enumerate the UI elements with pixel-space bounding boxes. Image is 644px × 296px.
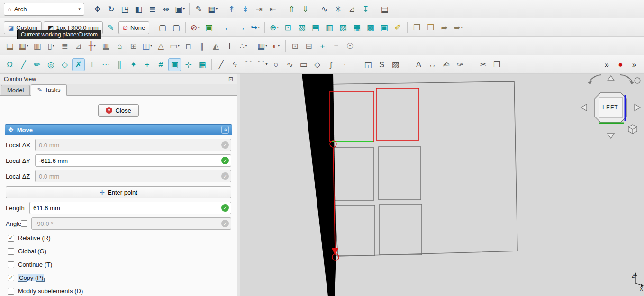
draft-scale-icon[interactable]: ◳ (118, 3, 131, 16)
draft-bezier-icon[interactable]: ʃ (325, 58, 337, 71)
arch-component-icon[interactable]: ▤ (378, 3, 391, 16)
draft-point-icon[interactable]: ∙ (338, 58, 351, 71)
arch-window-icon[interactable]: ◫▾ (141, 40, 154, 53)
move-to-group-down-icon[interactable]: ⇓ (299, 3, 312, 16)
arch-remove-icon[interactable]: − (330, 40, 343, 53)
apply-style-icon[interactable]: ✎ (104, 21, 117, 34)
draft-clone-icon[interactable]: ▣▾ (173, 3, 186, 16)
arch-wall-presets-icon-dropdown-arrow-icon[interactable]: ▾ (27, 44, 28, 48)
cut-icon[interactable]: ✂ (477, 58, 490, 71)
arch-rebar-icon[interactable]: ≣ (58, 40, 71, 53)
local-dy-input[interactable] (35, 154, 231, 167)
arch-schedule-icon-dropdown-arrow-icon[interactable]: ▾ (265, 44, 267, 48)
view-left-icon[interactable]: ▩ (364, 21, 377, 34)
arch-equipment-icon-dropdown-arrow-icon[interactable]: ▾ (245, 44, 247, 48)
draft-edit-icon[interactable]: ✎ (192, 3, 205, 16)
arch-roof-icon[interactable]: △ (154, 40, 167, 53)
draft-arc-icon-dropdown-arrow-icon[interactable]: ▾ (265, 63, 267, 66)
draft-line-icon[interactable]: ╱ (215, 58, 227, 71)
draft-fillet-icon[interactable]: ⌒ (242, 58, 255, 71)
checkbox-global-g[interactable] (8, 248, 14, 255)
arch-fence-icon[interactable]: ∥ (196, 40, 209, 53)
checkbox-copy-p[interactable]: ✓ (8, 275, 14, 281)
draft-trimex-icon[interactable]: ⇹ (160, 3, 172, 16)
tab-model[interactable]: Model (1, 85, 30, 95)
checkbox-continue-t[interactable] (8, 261, 14, 268)
draft-circle-icon[interactable]: ○ (270, 58, 282, 71)
navigation-cube[interactable]: LEFT (581, 75, 640, 138)
zoom-icon-dropdown-arrow-icon[interactable]: ▾ (277, 26, 279, 29)
move-task-header[interactable]: ✥ Move » (5, 124, 232, 135)
snap-intersection-icon[interactable]: ✗ (72, 58, 85, 71)
snap-near-icon[interactable]: + (141, 58, 154, 71)
arch-material-icon-dropdown-arrow-icon[interactable]: ▾ (278, 44, 280, 48)
arch-wall-presets-icon[interactable]: ▦▾ (17, 40, 30, 53)
measure-icon[interactable]: ✐ (391, 21, 404, 34)
toolbar-overflow2-icon[interactable]: » (628, 58, 641, 71)
enter-point-button[interactable]: ✛ Enter point (6, 186, 231, 198)
draft-downgrade-icon[interactable]: ↡ (239, 3, 252, 16)
draft-hatch-icon[interactable]: ▨ (389, 58, 402, 71)
arch-site-icon[interactable]: ⌂ (113, 40, 126, 53)
arch-truss-icon[interactable]: ◭ (209, 40, 222, 53)
draft-polygon-icon[interactable]: ◇ (311, 58, 324, 71)
arch-wall-icon[interactable]: ▤ (3, 40, 16, 53)
zoom-icon[interactable]: ⊕▾ (268, 21, 281, 34)
fit-all-icon[interactable]: ⊡ (281, 21, 294, 34)
arch-structure-icon[interactable]: ▯▾ (45, 40, 57, 53)
draft-upgrade-icon[interactable]: ↟ (225, 3, 238, 16)
draft-facebinder-icon[interactable]: ◱ (362, 58, 374, 71)
annotation-style-icon[interactable]: ✑ (454, 58, 466, 71)
arch-structure-icon-dropdown-arrow-icon[interactable]: ▾ (53, 44, 54, 48)
draft-move-icon[interactable]: ✥ (91, 3, 104, 16)
panel-splitter[interactable] (237, 74, 240, 296)
snap-special-icon[interactable]: ✦ (127, 58, 140, 71)
draft-array-icon-dropdown-arrow-icon[interactable]: ▾ (216, 7, 218, 11)
view-top-icon[interactable]: ▤ (309, 21, 322, 34)
draft-text-icon[interactable]: A (412, 58, 425, 71)
arch-panel-icon-dropdown-arrow-icon[interactable]: ▾ (178, 44, 180, 48)
arch-cut-line-icon[interactable]: ⊟ (302, 40, 315, 53)
autogroup-button[interactable]: ∅None (118, 21, 149, 34)
checkbox-relative-r[interactable]: ✓ (8, 235, 14, 242)
snap-lock-icon[interactable]: Ω (3, 58, 16, 71)
snap-angle-icon[interactable]: ◇ (58, 58, 71, 71)
arch-survey-icon[interactable]: ☉ (344, 40, 356, 53)
dock-float-icon[interactable]: ⊡ (228, 76, 233, 82)
draft-bspline-icon[interactable]: ∿ (283, 58, 296, 71)
arch-schedule-icon[interactable]: ▦▾ (256, 40, 269, 53)
snap-working-plane-icon[interactable]: ▣ (168, 58, 181, 71)
export-icon[interactable]: ➦ (438, 21, 451, 34)
share-icon-dropdown-arrow-icon[interactable]: ▾ (461, 26, 463, 29)
toolbar-overflow-icon[interactable]: » (600, 58, 613, 71)
arch-curtain-wall-icon[interactable]: ▥ (31, 40, 44, 53)
length-input[interactable] (29, 202, 231, 214)
close-button[interactable]: ✕ Close (98, 104, 139, 117)
toggle-transparency-icon-dropdown-arrow-icon[interactable]: ▾ (198, 26, 200, 29)
draft-dimension-icon[interactable]: ↔ (426, 58, 439, 71)
arch-level-icon[interactable]: ⊿ (72, 40, 85, 53)
working-plane-proxy-icon[interactable]: ↧ (359, 3, 372, 16)
selection-box-icon[interactable]: ▢ (156, 21, 169, 34)
snap-endpoint-icon[interactable]: ╱ (17, 58, 30, 71)
link-navigate-icon-dropdown-arrow-icon[interactable]: ▾ (258, 26, 260, 29)
move-to-group-up-icon[interactable]: ⇑ (285, 3, 298, 16)
draft-array-icon[interactable]: ▦▾ (206, 3, 219, 16)
arch-axis-icon-dropdown-arrow-icon[interactable]: ▾ (94, 44, 96, 48)
tab-tasks[interactable]: ✎Tasks (31, 84, 66, 96)
view-rear-icon[interactable]: ▨ (336, 21, 349, 34)
draft-mirror-icon[interactable]: ◧ (132, 3, 145, 16)
arch-cut-plane-icon[interactable]: ⊡ (289, 40, 301, 53)
checkbox-modify-subelements-d[interactable] (8, 288, 14, 295)
arch-material-icon[interactable]: ◐▾ (270, 40, 282, 53)
nav-forward-icon[interactable]: → (235, 21, 248, 34)
view-bottom-icon[interactable]: ▦ (350, 21, 363, 34)
snap-ortho-icon[interactable]: # (154, 58, 167, 71)
arch-frame-icon[interactable]: ⊓ (182, 40, 195, 53)
snap-parallel-icon[interactable]: ∥ (113, 58, 126, 71)
arch-equipment-icon[interactable]: ∴▾ (237, 40, 250, 53)
3d-viewport[interactable]: LEFT Z X (240, 74, 644, 296)
toggle-grid-icon[interactable]: ▦ (196, 58, 209, 71)
arch-panel-icon[interactable]: ▭▾ (168, 40, 181, 53)
draft-clone-icon-dropdown-arrow-icon[interactable]: ▾ (183, 7, 185, 11)
